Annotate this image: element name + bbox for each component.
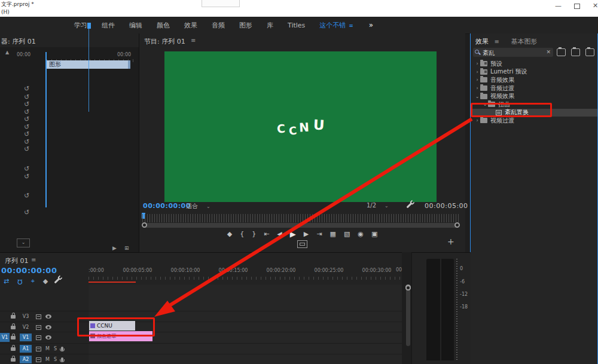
chevron-icon[interactable]: › xyxy=(474,85,480,91)
reset-parameter-icon[interactable]: ↺ xyxy=(24,192,29,199)
effects-tree-item-视频效果[interactable]: ⌄视频效果 xyxy=(471,92,597,100)
reset-parameter-icon[interactable]: ↺ xyxy=(24,146,29,152)
add-marker-icon[interactable]: ◆ xyxy=(227,230,232,239)
track-lock-icon[interactable] xyxy=(11,347,16,351)
monitor-scrubber[interactable] xyxy=(142,214,459,222)
solo-button[interactable]: S xyxy=(54,346,57,351)
reset-parameter-icon[interactable]: ↺ xyxy=(24,116,29,123)
clip-ccnu[interactable]: CCNU xyxy=(89,321,135,331)
program-monitor-tab[interactable]: 节目: 序列 01 xyxy=(144,37,185,46)
tab-effects[interactable]: 效果 xyxy=(475,38,489,45)
sync-lock-icon[interactable] xyxy=(36,325,41,330)
play-icon[interactable]: ▶ xyxy=(290,230,296,239)
chevron-icon[interactable]: › xyxy=(474,61,480,66)
effects-tree-item-音频效果[interactable]: ›音频效果 xyxy=(471,76,597,84)
effect-controls-tab[interactable]: 器: 序列 01 xyxy=(1,37,36,46)
reset-parameter-icon[interactable]: ↺ xyxy=(24,109,29,115)
step-forward-icon[interactable]: ▶ xyxy=(304,230,309,239)
workspace-tab-颜色[interactable]: 颜色 xyxy=(157,21,170,30)
mark-in-icon[interactable]: { xyxy=(240,230,244,239)
go-to-in-icon[interactable]: ⇤ xyxy=(264,230,269,239)
maximize-button[interactable] xyxy=(574,4,580,9)
mute-button[interactable]: M xyxy=(45,346,50,351)
new-preset-bin-icon[interactable] xyxy=(571,48,580,56)
workspace-tab-Titles[interactable]: Titles xyxy=(288,22,305,29)
minimize-button[interactable]: — xyxy=(555,2,562,10)
play-audio-icon[interactable]: ▶ xyxy=(112,245,117,251)
sync-lock-icon[interactable] xyxy=(36,314,41,319)
sync-lock-icon[interactable] xyxy=(36,357,41,362)
workspace-tab-学习[interactable]: 学习 xyxy=(74,21,87,30)
workspace-tab-库[interactable]: 库 xyxy=(267,21,273,30)
clip-color-matte[interactable]: 颜色遮罩 xyxy=(89,331,152,341)
workspace-tab-这个不错[interactable]: 这个不错≡ xyxy=(319,21,353,30)
track-lock-icon[interactable] xyxy=(11,336,16,339)
voiceover-mic-icon[interactable] xyxy=(61,357,63,362)
ec-dropdown[interactable]: ⌄ xyxy=(17,238,30,247)
track-target-V2[interactable]: V2 xyxy=(20,323,32,331)
snap-magnet-icon[interactable]: Ω xyxy=(17,277,22,286)
panel-menu-icon[interactable]: ≡ xyxy=(191,37,196,44)
effects-tree-item-Lumetri 预设[interactable]: ›Lumetri 预设 xyxy=(471,68,597,77)
chevron-icon[interactable]: › xyxy=(474,77,480,82)
track-target-A2[interactable]: A2 xyxy=(20,356,32,363)
mark-out-icon[interactable]: } xyxy=(252,230,256,239)
sync-lock-icon[interactable] xyxy=(36,347,41,351)
reset-parameter-icon[interactable]: ↺ xyxy=(24,94,29,100)
proxy-toggle-button[interactable] xyxy=(297,240,307,248)
close-button[interactable]: ✕ xyxy=(593,2,598,10)
timeline-tab[interactable]: 序列 01 xyxy=(5,256,29,265)
reset-parameter-icon[interactable]: ↺ xyxy=(24,85,29,92)
reset-parameter-icon[interactable]: ↺ xyxy=(24,209,29,216)
effects-search-input[interactable]: 紊乱 ✕ xyxy=(473,48,553,57)
linked-selection-icon[interactable]: ⌖ xyxy=(31,277,35,286)
chevron-icon[interactable]: ⌄ xyxy=(482,102,488,107)
track-target-V1[interactable]: V1 xyxy=(20,334,32,341)
timeline-vertical-scrollbar[interactable] xyxy=(406,286,410,346)
chevron-icon[interactable]: › xyxy=(474,69,480,75)
reset-parameter-icon[interactable]: ↺ xyxy=(24,131,29,137)
track-target-A1[interactable]: A1 xyxy=(20,345,32,353)
effects-tree-item-音频过渡[interactable]: ›音频过渡 xyxy=(471,84,597,93)
playhead-timecode[interactable]: 00:00:00:00 xyxy=(143,202,191,210)
button-editor-plus[interactable]: + xyxy=(447,237,454,246)
track-output-eye-icon[interactable] xyxy=(45,325,51,329)
go-to-out-icon[interactable]: ⇥ xyxy=(316,230,322,239)
timeline-playhead[interactable] xyxy=(87,23,91,29)
track-lock-icon[interactable] xyxy=(11,358,16,362)
track-target-V3[interactable]: V3 xyxy=(20,313,32,320)
compare-view-icon[interactable]: ▣ xyxy=(371,230,377,239)
effects-tree-item-预设[interactable]: ›预设 xyxy=(471,60,597,68)
solo-button[interactable]: S xyxy=(54,357,57,362)
nest-insert-icon[interactable]: ⇄ xyxy=(4,277,9,286)
export-frame-icon[interactable]: ◉ xyxy=(358,230,364,239)
new-custom-bin-icon[interactable] xyxy=(557,48,566,56)
menubar-help-fragment[interactable]: (H) xyxy=(1,9,10,15)
reset-parameter-icon[interactable]: ↺ xyxy=(24,173,29,180)
new-bin-icon[interactable] xyxy=(585,48,594,56)
workspace-tab-图形[interactable]: 图形 xyxy=(239,21,252,30)
monitor-zoom-scrollbar[interactable] xyxy=(142,223,459,228)
effects-tree-item-紊乱置换[interactable]: 紊乱置换 xyxy=(471,109,597,117)
extract-icon[interactable]: ▧ xyxy=(344,230,350,239)
workspace-tab-音频[interactable]: 音频 xyxy=(212,21,225,30)
add-marker-icon[interactable]: ◆ xyxy=(43,277,48,286)
reset-parameter-icon[interactable]: ↺ xyxy=(24,124,29,130)
voiceover-mic-icon[interactable] xyxy=(61,347,63,351)
sync-lock-icon[interactable] xyxy=(36,335,41,340)
settings-wrench-icon[interactable] xyxy=(56,277,58,286)
chevron-icon[interactable]: › xyxy=(474,118,480,123)
workspace-tab-menu-icon[interactable]: ≡ xyxy=(349,23,353,29)
toggle-view-icon[interactable]: ⊞ xyxy=(124,245,129,251)
workspace-tab-组件[interactable]: 组件 xyxy=(102,21,115,30)
track-output-eye-icon[interactable] xyxy=(45,335,51,339)
program-monitor-canvas[interactable]: CCNU xyxy=(164,51,437,202)
effects-tree-item-视频过渡[interactable]: ›视频过渡 xyxy=(471,117,597,125)
step-back-icon[interactable]: ◀ xyxy=(277,230,282,239)
clear-search-icon[interactable]: ✕ xyxy=(546,49,551,55)
chevron-icon[interactable]: ⌄ xyxy=(474,94,480,99)
panel-menu-icon[interactable]: ≡ xyxy=(495,38,499,45)
reset-parameter-icon[interactable]: ↺ xyxy=(24,139,29,145)
reset-parameter-icon[interactable]: ↺ xyxy=(24,166,29,172)
source-patch-V1[interactable]: V1 xyxy=(0,333,10,342)
